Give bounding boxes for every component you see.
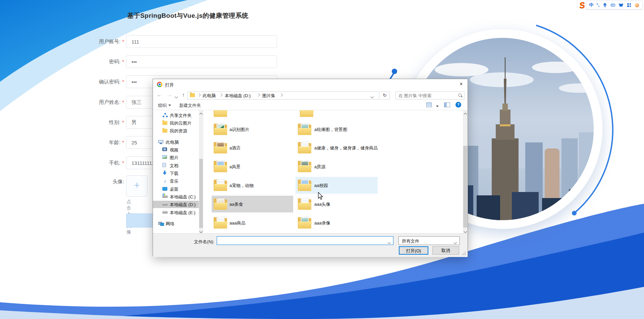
emoji-icon[interactable] [635, 3, 640, 8]
file-item[interactable]: a轮播图，背景图 [296, 121, 378, 138]
file-item[interactable]: aaa头像 [296, 196, 378, 212]
dialog-titlebar[interactable]: 打开 × [153, 79, 468, 90]
filetype-value: 所有文件 [402, 238, 419, 244]
ime-punctuation-icon[interactable]: °, [596, 1, 599, 9]
form-row-account: 用户账号:* [0, 35, 278, 48]
folder-icon [298, 198, 311, 210]
file-item-partial[interactable] [300, 110, 315, 117]
sogou-logo-icon[interactable]: S [579, 0, 585, 10]
tree-scrollbar-thumb[interactable] [199, 159, 203, 228]
scroll-down-icon[interactable] [199, 228, 203, 233]
new-folder-button[interactable]: 新建文件夹 [179, 103, 201, 109]
file-item[interactable]: a风景 [212, 158, 293, 175]
folder-icon [214, 217, 227, 229]
desktop-icon [162, 187, 167, 190]
scroll-down-icon[interactable] [463, 228, 468, 233]
phone-label: 手机: [109, 160, 120, 166]
filename-input[interactable] [218, 237, 384, 245]
close-icon[interactable]: × [454, 79, 468, 89]
forward-button[interactable]: → [166, 91, 173, 99]
filename-label: 文件名(N): [166, 239, 214, 245]
password-label: 密码: [109, 59, 120, 64]
organize-menu[interactable]: 组织 [158, 103, 171, 109]
avatar-upload-box[interactable]: + [126, 175, 148, 197]
search-input[interactable] [398, 92, 456, 99]
ime-chinese-mode-icon[interactable]: 中 [589, 1, 593, 9]
file-item-partial[interactable] [214, 110, 228, 117]
tree-item-videos[interactable]: 视频 [153, 146, 199, 153]
folder-icon [214, 142, 227, 153]
password-input[interactable] [126, 55, 277, 68]
pictures-icon [162, 155, 167, 159]
tree-item-downloads[interactable]: 下载 [153, 170, 199, 177]
help-icon[interactable]: ? [455, 102, 461, 108]
filetype-select[interactable]: 所有文件 [398, 236, 460, 245]
required-asterisk: * [122, 160, 124, 166]
file-item[interactable]: a健康，健身，健身课，健身商品 [296, 139, 378, 156]
search-box [395, 91, 465, 100]
skin-shirt-icon[interactable] [619, 3, 624, 8]
required-asterisk: * [122, 119, 124, 125]
account-input[interactable] [126, 35, 277, 48]
tree-item-desktop[interactable]: 桌面 [153, 185, 199, 193]
file-item[interactable]: aaa录像 [296, 214, 378, 231]
file-item[interactable]: a酒店 [212, 139, 293, 156]
preview-pane-icon[interactable] [444, 103, 450, 107]
folder-icon [298, 161, 311, 172]
file-item[interactable]: a识别图片 [212, 121, 293, 138]
folder-icon [214, 124, 227, 135]
address-dropdown-icon[interactable] [371, 94, 373, 99]
history-dropdown-icon[interactable] [175, 94, 177, 99]
resize-grip[interactable] [462, 251, 466, 256]
scroll-up-icon[interactable] [463, 110, 468, 116]
tree-item-music[interactable]: ♪音乐 [153, 177, 199, 185]
tree-item-pictures[interactable]: 图片 [153, 154, 199, 161]
tree-item-disk-c[interactable]: 本地磁盘 (C:) [153, 193, 199, 200]
file-item[interactable]: a房源 [296, 158, 378, 175]
gender-label: 性别: [109, 119, 120, 125]
file-item-selected[interactable]: aa美食 [212, 196, 293, 212]
decor-dot [392, 69, 397, 74]
microphone-icon[interactable] [602, 3, 607, 8]
search-icon[interactable] [458, 93, 462, 97]
filename-dropdown-icon[interactable] [388, 240, 390, 245]
required-asterisk: * [122, 79, 124, 84]
tree-item-shared-folders[interactable]: 共享文件夹 [153, 112, 199, 119]
music-note-icon: ♪ [162, 178, 168, 184]
back-button[interactable]: ← [156, 91, 163, 99]
folder-icon [190, 93, 195, 97]
filelist-scrollbar[interactable] [463, 110, 468, 233]
form-row-password: 密码:* [0, 55, 278, 68]
tree-item-disk-d[interactable]: 本地磁盘 (D:) [153, 201, 199, 208]
file-item[interactable]: aaa商品 [212, 214, 293, 231]
file-item-hovered[interactable]: aa校园 [296, 177, 378, 194]
open-file-dialog: 打开 × ← → ↑ 此电脑 本地磁盘 (D:) 图片集 ↻ 组织 新建文件夹 … [153, 79, 468, 256]
tree-item-network[interactable]: 网络 [153, 220, 199, 227]
breadcrumb-this-pc[interactable]: 此电脑 [203, 93, 216, 99]
tree-item-my-resources[interactable]: 我的资源 [153, 127, 199, 134]
views-icon[interactable] [426, 103, 432, 107]
filelist-scrollbar-thumb[interactable] [463, 146, 467, 228]
up-button[interactable]: ↑ [180, 91, 187, 99]
tree-item-this-pc[interactable]: 此电脑 [153, 138, 199, 146]
tree-item-documents[interactable]: 文档 [153, 162, 199, 169]
views-dropdown-icon[interactable] [434, 104, 439, 109]
tree-item-my-cloud-pictures[interactable]: 我的云图片 [153, 119, 199, 127]
confirm-password-label: 确认密码: [99, 79, 120, 84]
breadcrumb-folder[interactable]: 图片集 [262, 93, 275, 99]
required-asterisk: * [122, 99, 124, 105]
keyboard-icon[interactable] [610, 3, 615, 8]
breadcrumb-drive-d[interactable]: 本地磁盘 (D:) [225, 93, 251, 99]
folder-icon [214, 161, 227, 172]
file-item[interactable]: a宠物，动物 [212, 177, 293, 194]
folder-icon [214, 198, 227, 210]
tree-item-disk-e[interactable]: 本地磁盘 (E:) [153, 209, 199, 216]
download-arrow-icon [162, 171, 168, 176]
toolbox-grid-icon[interactable] [627, 3, 632, 8]
cancel-button[interactable]: 取消 [432, 246, 459, 255]
refresh-icon[interactable]: ↻ [380, 91, 390, 100]
scroll-up-icon[interactable] [199, 110, 203, 116]
breadcrumb-bar[interactable]: 此电脑 本地磁盘 (D:) 图片集 [187, 91, 379, 100]
tree-scrollbar[interactable] [199, 110, 203, 233]
open-button[interactable]: 打开(O) [399, 246, 428, 255]
